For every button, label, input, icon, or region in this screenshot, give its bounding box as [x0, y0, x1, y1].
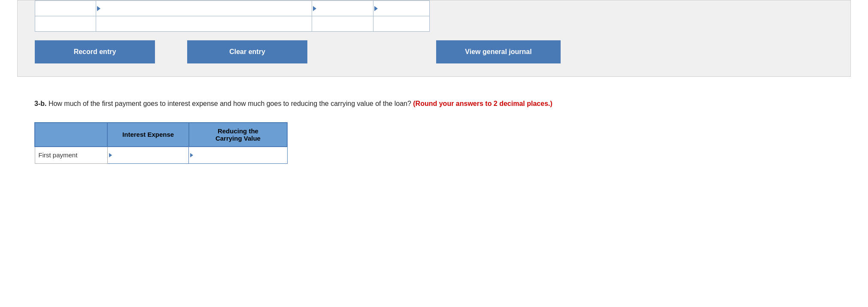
- page-container: Record entry Clear entry View general jo…: [0, 0, 868, 307]
- cell-arrow-3: [374, 6, 378, 11]
- carrying-value-input-cell[interactable]: [189, 147, 287, 164]
- interest-expense-input-cell[interactable]: [107, 147, 188, 164]
- first-payment-row: First payment: [35, 147, 287, 164]
- interest-expense-header: Interest Expense: [107, 123, 188, 147]
- question-label: 3-b.: [34, 100, 46, 107]
- view-journal-button[interactable]: View general journal: [436, 40, 561, 63]
- first-payment-label: First payment: [35, 147, 107, 164]
- answer-table-wrapper: Interest Expense Reducing theCarrying Va…: [34, 122, 834, 164]
- reducing-carrying-label: Reducing theCarrying Value: [215, 127, 261, 142]
- answer-table: Interest Expense Reducing theCarrying Va…: [34, 122, 288, 164]
- cell-arrow-1: [97, 6, 100, 11]
- entry-table-area: [35, 0, 833, 32]
- question-section: 3-b. How much of the first payment goes …: [0, 77, 868, 177]
- clear-entry-button[interactable]: Clear entry: [187, 40, 307, 63]
- reducing-carrying-header: Reducing theCarrying Value: [189, 123, 287, 147]
- interest-input-arrow: [109, 153, 112, 157]
- cell-arrow-2: [313, 6, 316, 11]
- top-section: Record entry Clear entry View general jo…: [17, 0, 851, 77]
- journal-entry-table: [35, 0, 430, 32]
- record-entry-button[interactable]: Record entry: [35, 40, 155, 63]
- round-note: (Round your answers to 2 decimal places.…: [413, 100, 552, 107]
- question-body: How much of the first payment goes to in…: [46, 100, 413, 107]
- buttons-row: Record entry Clear entry View general jo…: [35, 40, 833, 63]
- carrying-input-arrow: [190, 153, 193, 157]
- question-text: 3-b. How much of the first payment goes …: [34, 98, 834, 109]
- empty-header: [35, 123, 107, 147]
